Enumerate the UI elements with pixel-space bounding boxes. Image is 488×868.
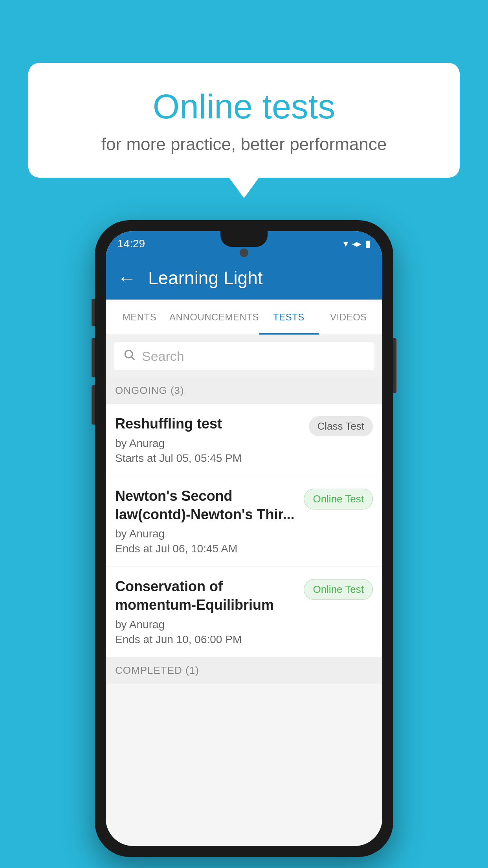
test-info-newton: Newton's Second law(contd)-Newton's Thir… [115,487,297,555]
power-button [393,338,396,393]
phone-frame: 14:29 ▾ ◂▸ ▮ ← Learning Light MENTS ANNO… [95,220,393,857]
status-icons: ▾ ◂▸ ▮ [343,238,371,249]
search-bar[interactable]: Search [114,342,374,370]
svg-point-0 [125,350,132,358]
phone-wrapper: 14:29 ▾ ◂▸ ▮ ← Learning Light MENTS ANNO… [95,220,393,857]
badge-class-test: Class Test [309,416,373,436]
back-button[interactable]: ← [117,267,136,289]
signal-icon: ◂▸ [352,238,361,249]
badge-online-test-newton: Online Test [304,489,373,509]
test-time-conservation: Ends at Jun 10, 06:00 PM [115,633,297,646]
phone-notch [220,231,268,247]
bubble-title: Online tests [60,86,428,127]
status-time: 14:29 [117,237,145,250]
app-bar: ← Learning Light [106,256,382,300]
test-item-conservation[interactable]: Conservation of momentum-Equilibrium by … [106,566,382,657]
test-item-newton[interactable]: Newton's Second law(contd)-Newton's Thir… [106,476,382,567]
search-icon [123,348,136,364]
tab-announcements[interactable]: ANNOUNCEMENTS [169,300,259,335]
bubble-subtitle: for more practice, better performance [60,134,428,154]
test-time-reshuffling: Starts at Jul 05, 05:45 PM [115,452,303,465]
volume-down-button [92,338,95,377]
svg-line-1 [132,357,134,360]
test-info-reshuffling: Reshuffling test by Anurag Starts at Jul… [115,415,303,465]
tab-tests[interactable]: TESTS [259,300,319,335]
completed-label: COMPLETED (1) [115,664,199,676]
test-time-newton: Ends at Jul 06, 10:45 AM [115,542,297,555]
test-author-newton: by Anurag [115,528,297,540]
tab-ments[interactable]: MENTS [110,300,169,335]
test-name-newton: Newton's Second law(contd)-Newton's Thir… [115,487,297,524]
test-info-conservation: Conservation of momentum-Equilibrium by … [115,577,297,646]
test-author-reshuffling: by Anurag [115,437,303,450]
app-title: Learning Light [148,267,263,289]
tab-videos[interactable]: VIDEOS [319,300,378,335]
wifi-icon: ▾ [343,238,348,249]
battery-icon: ▮ [365,238,371,249]
test-list: Reshuffling test by Anurag Starts at Jul… [106,404,382,657]
test-name-reshuffling: Reshuffling test [115,415,303,433]
test-item-reshuffling[interactable]: Reshuffling test by Anurag Starts at Jul… [106,404,382,476]
speech-bubble: Online tests for more practice, better p… [28,63,460,178]
camera-dot [240,248,248,257]
badge-online-test-conservation: Online Test [304,579,373,600]
phone-screen: 14:29 ▾ ◂▸ ▮ ← Learning Light MENTS ANNO… [106,231,382,846]
ongoing-label: ONGOING (3) [115,384,184,396]
ongoing-section-header: ONGOING (3) [106,377,382,404]
tabs-bar: MENTS ANNOUNCEMENTS TESTS VIDEOS [106,300,382,335]
test-name-conservation: Conservation of momentum-Equilibrium [115,577,297,614]
completed-section-header: COMPLETED (1) [106,657,382,684]
extra-button [92,385,95,425]
search-container: Search [106,335,382,377]
volume-up-button [92,299,95,326]
test-author-conservation: by Anurag [115,618,297,631]
search-placeholder: Search [142,349,184,364]
